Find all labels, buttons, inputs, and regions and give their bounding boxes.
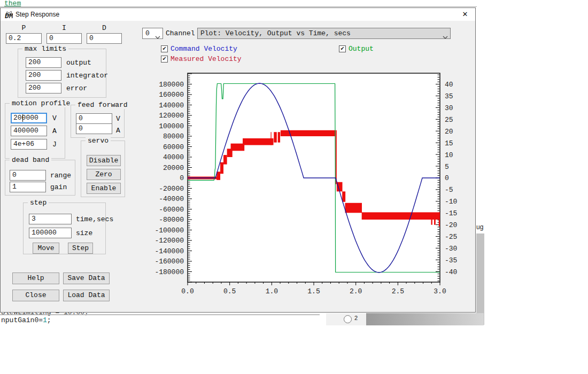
svg-text:DM: DM [5, 12, 13, 19]
max-integrator-field[interactable]: 200 [26, 70, 61, 81]
ff-velocity-unit: V [116, 115, 120, 123]
svg-text:-160000: -160000 [154, 258, 184, 266]
p-label: P [6, 24, 42, 32]
p-field[interactable]: 0.2 [6, 33, 42, 44]
jerk-unit-label: J [52, 141, 57, 149]
step-response-dialog: DM Step Response ✕ P I D 0.2 0 0 0 Chann… [0, 7, 476, 313]
background-link[interactable]: them [4, 0, 21, 7]
step-size-label: size [76, 229, 92, 237]
load-data-button[interactable]: Load Data [63, 290, 110, 301]
title-bar[interactable]: DM Step Response ✕ [1, 8, 475, 21]
field-text: 200000 [13, 114, 38, 122]
chevron-down-icon [155, 32, 160, 39]
max-error-label: error [66, 84, 87, 92]
deadband-range-field[interactable]: 0 [10, 170, 46, 181]
svg-text:-100000: -100000 [154, 227, 184, 235]
svg-text:140000: 140000 [159, 102, 184, 110]
group-title: dead band [10, 156, 51, 164]
radio-label: 2 [354, 315, 358, 321]
velocity-unit-label: V [52, 114, 57, 122]
jerk-field[interactable]: 4e+06 [11, 139, 47, 150]
screen: { "background": { "link_text": "them", "… [0, 0, 588, 374]
svg-text:180000: 180000 [159, 81, 184, 89]
zero-button[interactable]: Zero [87, 169, 121, 180]
channel-select[interactable]: 0 [142, 28, 163, 39]
move-button[interactable]: Move [33, 243, 59, 254]
plot-select[interactable]: Plot: Velocity, Output vs Time, secs [197, 28, 451, 39]
group-max-limits: max limits 200 output 200 integrator 200… [18, 49, 106, 98]
acceleration-field[interactable]: 400000 [11, 126, 47, 136]
svg-text:1.5: 1.5 [307, 287, 320, 295]
svg-text:-80000: -80000 [159, 216, 184, 224]
background-code-underline [0, 314, 320, 315]
code-text: nputGain0= [1, 316, 43, 324]
disable-button[interactable]: Disable [87, 155, 121, 166]
close-icon[interactable]: ✕ [458, 9, 472, 20]
enable-button[interactable]: Enable [87, 183, 121, 194]
max-output-label: output [66, 59, 91, 67]
velocity-field[interactable]: 200000 [11, 113, 47, 123]
ff-velocity-field[interactable]: 0 [76, 113, 112, 124]
svg-text:2.5: 2.5 [392, 287, 404, 295]
group-title: motion profile [10, 99, 72, 107]
group-motion-profile: motion profile 200000 V 400000 A 4e+06 J [5, 103, 65, 159]
code-value: 1 [43, 316, 47, 324]
svg-text:1.0: 1.0 [266, 287, 278, 295]
svg-text:5: 5 [445, 163, 449, 171]
svg-text:60000: 60000 [163, 143, 184, 151]
group-servo: servo Disable Zero Enable [81, 141, 125, 197]
svg-text:-25: -25 [445, 233, 457, 241]
svg-text:160000: 160000 [159, 91, 184, 99]
svg-text:-15: -15 [445, 209, 457, 217]
svg-text:2.0: 2.0 [350, 287, 362, 295]
svg-text:-5: -5 [445, 186, 453, 194]
step-size-field[interactable]: 100000 [29, 228, 72, 238]
i-field[interactable]: 0 [47, 33, 82, 44]
close-button[interactable]: Close [12, 290, 59, 301]
svg-text:120000: 120000 [159, 112, 184, 120]
svg-text:40000: 40000 [163, 153, 184, 161]
svg-text:-30: -30 [445, 245, 457, 253]
max-integrator-label: integrator [66, 72, 108, 80]
svg-text:-120000: -120000 [154, 237, 184, 245]
checkbox-label: Command Velocity [171, 45, 237, 53]
group-title: feed forward [75, 101, 130, 109]
svg-text:-20000: -20000 [159, 185, 184, 193]
svg-text:0.0: 0.0 [181, 287, 194, 295]
svg-text:-20: -20 [445, 221, 457, 229]
group-title: max limits [22, 45, 68, 53]
background-gradient-band [366, 313, 484, 325]
dialog-title: Step Response [16, 11, 59, 18]
svg-text:-35: -35 [445, 256, 457, 264]
svg-text:0: 0 [445, 174, 449, 182]
svg-text:80000: 80000 [163, 133, 184, 141]
svg-text:10: 10 [445, 151, 453, 159]
plot-select-value: Plot: Velocity, Output vs Time, secs [200, 29, 351, 37]
svg-text:25: 25 [445, 116, 453, 124]
checkbox-icon: ✔ [161, 56, 168, 63]
svg-text:-60000: -60000 [159, 206, 184, 214]
checkbox-icon: ✔ [161, 45, 168, 52]
checkbox-label: Measured Velocity [171, 55, 242, 63]
group-title: step [28, 199, 49, 207]
svg-text:20: 20 [445, 128, 453, 136]
max-error-field[interactable]: 200 [26, 83, 61, 94]
step-time-label: time,secs [76, 215, 113, 223]
radio-button[interactable] [344, 315, 352, 323]
save-data-button[interactable]: Save Data [63, 272, 110, 284]
svg-text:-40000: -40000 [159, 195, 184, 203]
deadband-gain-field[interactable]: 1 [10, 182, 46, 192]
svg-text:0: 0 [180, 174, 184, 182]
help-button[interactable]: Help [12, 272, 59, 284]
svg-text:15: 15 [445, 139, 453, 147]
i-label: I [47, 24, 82, 32]
ff-accel-field[interactable]: 0 [76, 123, 112, 134]
background-toolbar-edge [0, 6, 477, 7]
max-output-field[interactable]: 200 [26, 57, 61, 68]
background-radio-panel: 2 [326, 313, 366, 325]
d-field[interactable]: 0 [87, 33, 122, 44]
background-debug-button-fragment[interactable]: ug [476, 222, 484, 235]
step-button[interactable]: Step [68, 243, 93, 254]
svg-text:100000: 100000 [159, 122, 184, 130]
step-time-field[interactable]: 3 [29, 214, 72, 224]
